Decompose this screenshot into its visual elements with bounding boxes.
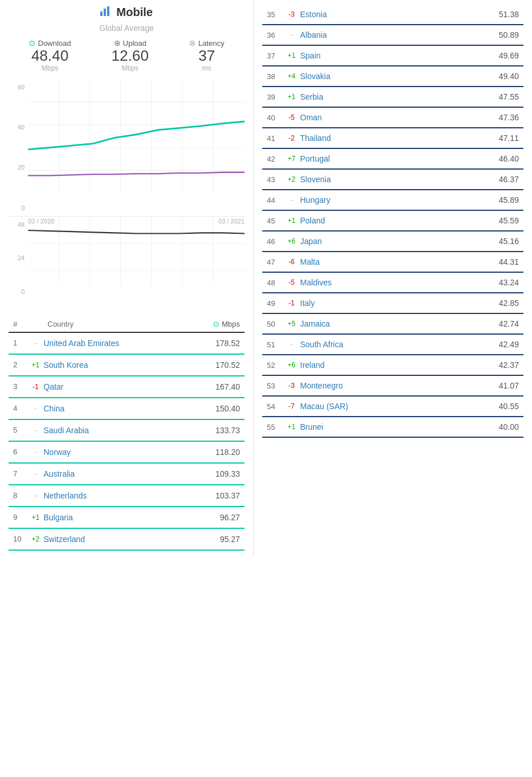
change: +2 bbox=[283, 175, 300, 183]
rank: 37 bbox=[267, 52, 283, 60]
country-name[interactable]: Estonia bbox=[300, 10, 499, 19]
speed-value: 47.11 bbox=[499, 134, 519, 143]
rank: 36 bbox=[267, 31, 283, 40]
title-text: Mobile bbox=[116, 6, 152, 19]
country-name[interactable]: Switzerland bbox=[44, 535, 220, 544]
change: +1 bbox=[283, 423, 300, 431]
rank: 52 bbox=[267, 361, 283, 370]
rank: 51 bbox=[267, 340, 283, 349]
country-name[interactable]: Maldives bbox=[300, 278, 499, 287]
speed-value: 43.24 bbox=[499, 278, 519, 287]
country-name[interactable]: Norway bbox=[44, 448, 215, 457]
change: +2 bbox=[27, 535, 44, 543]
speed-value: 118.20 bbox=[215, 448, 240, 457]
change: +1 bbox=[283, 52, 300, 60]
change: -7 bbox=[283, 402, 300, 410]
country-name[interactable]: Poland bbox=[300, 216, 499, 225]
change: +6 bbox=[283, 361, 300, 369]
change: -1 bbox=[27, 383, 44, 391]
download-icon: ⊙ bbox=[29, 38, 36, 48]
rank: 43 bbox=[267, 175, 283, 184]
left-table-row: 6 - Norway 118.20 bbox=[9, 442, 245, 464]
change: - bbox=[283, 340, 300, 348]
country-name[interactable]: Netherlands bbox=[44, 491, 215, 500]
country-name[interactable]: Japan bbox=[300, 237, 499, 246]
change: -5 bbox=[283, 113, 300, 121]
change: +5 bbox=[283, 320, 300, 328]
country-name[interactable]: Australia bbox=[44, 469, 215, 478]
speed-value: 45.89 bbox=[499, 195, 519, 205]
left-table-row: 3 -1 Qatar 167.40 bbox=[9, 376, 245, 398]
left-table-row: 2 +1 South Korea 170.52 bbox=[9, 355, 245, 376]
country-name[interactable]: Bulgaria bbox=[44, 513, 220, 522]
country-name[interactable]: Serbia bbox=[300, 92, 499, 101]
left-table-row: 4 - China 150.40 bbox=[9, 398, 245, 420]
rank: 45 bbox=[267, 217, 283, 225]
rank: 40 bbox=[267, 113, 283, 122]
country-name[interactable]: Slovakia bbox=[300, 72, 499, 81]
left-table-row: 10 +2 Switzerland 95.27 bbox=[9, 529, 245, 551]
country-name[interactable]: Slovenia bbox=[300, 175, 499, 184]
latency-icon: ⊗ bbox=[189, 38, 196, 48]
country-name[interactable]: South Africa bbox=[300, 340, 499, 349]
country-name[interactable]: United Arab Emirates bbox=[44, 339, 215, 348]
country-name[interactable]: Qatar bbox=[44, 382, 215, 391]
col-header-country: Country bbox=[30, 320, 213, 328]
latency-value: 37 bbox=[189, 48, 224, 64]
rank: 50 bbox=[267, 320, 283, 328]
country-name[interactable]: South Korea bbox=[44, 360, 215, 370]
country-name[interactable]: Hungary bbox=[300, 195, 499, 205]
rank: 39 bbox=[267, 93, 283, 101]
country-name[interactable]: Oman bbox=[300, 113, 499, 122]
speed-value: 42.85 bbox=[499, 299, 519, 308]
country-name[interactable]: Portugal bbox=[300, 154, 499, 163]
change: +1 bbox=[283, 93, 300, 101]
change: -3 bbox=[283, 382, 300, 390]
country-name[interactable]: Malta bbox=[300, 257, 499, 266]
change: +1 bbox=[27, 361, 44, 369]
speed-value: 95.27 bbox=[220, 535, 240, 544]
speed-value: 133.73 bbox=[215, 426, 240, 435]
right-table-row: 50 +5 Jamaica 42.74 bbox=[262, 314, 523, 335]
right-table-row: 41 -2 Thailand 47.11 bbox=[262, 128, 523, 149]
speed-value: 167.40 bbox=[215, 382, 240, 391]
rank: 7 bbox=[13, 469, 27, 478]
country-name[interactable]: China bbox=[44, 404, 215, 413]
upload-icon: ⊕ bbox=[114, 38, 121, 48]
country-name[interactable]: Macau (SAR) bbox=[300, 402, 499, 411]
latency-metric: ⊗ Latency 37 ms bbox=[189, 38, 224, 72]
country-name[interactable]: Jamaica bbox=[300, 319, 499, 328]
change: -1 bbox=[283, 299, 300, 307]
download-metric: ⊙ Download 48.40 Mbps bbox=[29, 38, 71, 72]
upload-metric: ⊕ Upload 12.60 Mbps bbox=[112, 38, 149, 72]
svg-rect-2 bbox=[107, 6, 109, 16]
speed-value: 49.69 bbox=[499, 51, 519, 60]
country-name[interactable]: Italy bbox=[300, 299, 499, 308]
rank: 42 bbox=[267, 155, 283, 163]
rank: 10 bbox=[13, 535, 27, 543]
right-table-row: 48 -5 Maldives 43.24 bbox=[262, 273, 523, 293]
change: - bbox=[27, 339, 44, 347]
download-value: 48.40 bbox=[29, 48, 71, 64]
change: +6 bbox=[283, 237, 300, 245]
speed-value: 47.55 bbox=[499, 92, 519, 101]
right-table-row: 42 +7 Portugal 46.40 bbox=[262, 149, 523, 170]
country-name[interactable]: Spain bbox=[300, 51, 499, 60]
col-header-hash: # bbox=[13, 320, 30, 328]
right-table-row: 46 +6 Japan 45.16 bbox=[262, 231, 523, 252]
rank: 5 bbox=[13, 426, 27, 434]
right-table-row: 52 +6 Ireland 42.37 bbox=[262, 355, 523, 376]
country-name[interactable]: Albania bbox=[300, 30, 499, 40]
country-name[interactable]: Ireland bbox=[300, 360, 499, 370]
country-name[interactable]: Saudi Arabia bbox=[44, 426, 215, 435]
speed-value: 41.07 bbox=[499, 381, 519, 390]
speed-value: 42.37 bbox=[499, 360, 519, 370]
country-name[interactable]: Brunei bbox=[300, 422, 499, 431]
upload-label: ⊕ Upload bbox=[112, 38, 149, 48]
country-name[interactable]: Montenegro bbox=[300, 381, 499, 390]
country-name[interactable]: Thailand bbox=[300, 134, 499, 143]
rank: 2 bbox=[13, 360, 27, 369]
rank: 6 bbox=[13, 448, 27, 456]
right-table-row: 39 +1 Serbia 47.55 bbox=[262, 87, 523, 108]
change: -2 bbox=[283, 134, 300, 142]
